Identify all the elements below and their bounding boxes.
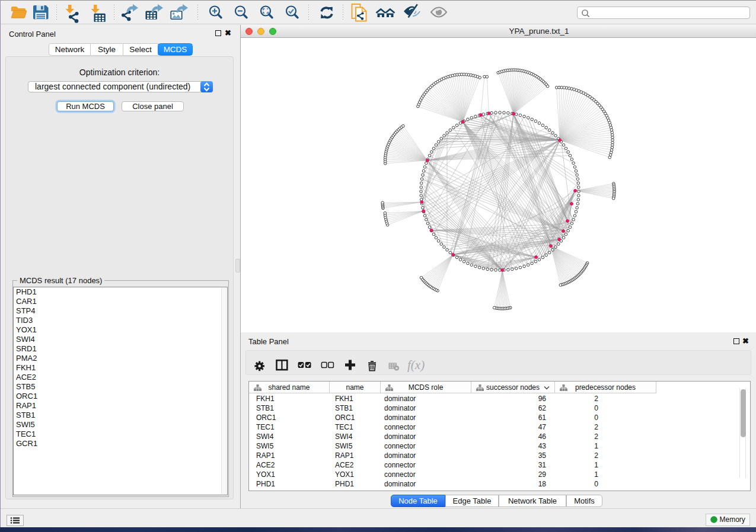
svg-text:f(x): f(x) [407, 358, 425, 372]
